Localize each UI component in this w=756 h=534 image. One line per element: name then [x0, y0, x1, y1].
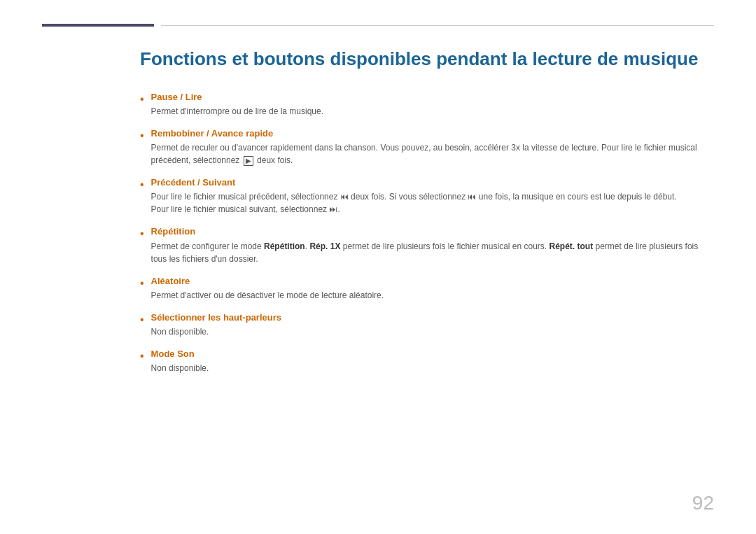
bullet-dot: •	[140, 177, 144, 192]
bullet-dot: •	[140, 312, 144, 328]
bullet-dot: •	[140, 92, 144, 107]
list-item: • Répétition Permet de configurer le mod…	[140, 225, 714, 265]
item-heading-mode-son: Mode Son	[151, 348, 714, 360]
item-heading-rembobiner: Rembobiner / Avance rapide	[151, 127, 714, 140]
item-heading-repetition: Répétition	[151, 225, 714, 238]
content-area: Fonctions et boutons disponibles pendant…	[0, 41, 756, 374]
item-body-pause: Permet d'interrompre ou de lire de la mu…	[151, 105, 714, 118]
item-body-precedent-line1: Pour lire le fichier musical précédent, …	[151, 190, 714, 203]
feature-list: • Pause / Lire Permet d'interrompre ou d…	[140, 91, 714, 374]
item-content-rembobiner: Rembobiner / Avance rapide Permet de rec…	[151, 127, 714, 167]
item-heading-aleatoire: Aléatoire	[151, 275, 714, 288]
item-body-rembobiner: Permet de reculer ou d'avancer rapidemen…	[151, 141, 714, 167]
list-item: • Pause / Lire Permet d'interrompre ou d…	[140, 91, 714, 118]
item-content-repetition: Répétition Permet de configurer le mode …	[151, 225, 714, 265]
item-body-repetition: Permet de configurer le mode Répétition.…	[151, 240, 714, 265]
page-number: 92	[692, 492, 714, 514]
bullet-dot: •	[140, 128, 144, 143]
item-body-precedent-line2: Pour lire le fichier musical suivant, sé…	[151, 203, 714, 216]
item-content-aleatoire: Aléatoire Permet d'activer ou de désacti…	[151, 275, 714, 302]
list-item: • Sélectionner les haut-parleurs Non dis…	[140, 311, 714, 338]
top-bar	[0, 0, 756, 27]
page: Fonctions et boutons disponibles pendant…	[0, 0, 756, 534]
play-icon: ▶	[244, 156, 253, 166]
item-content-mode-son: Mode Son Non disponible.	[151, 348, 714, 374]
top-bar-accent	[42, 24, 154, 27]
list-item: • Aléatoire Permet d'activer ou de désac…	[140, 275, 714, 302]
item-heading-haut-parleurs: Sélectionner les haut-parleurs	[151, 311, 714, 324]
item-content-pause: Pause / Lire Permet d'interrompre ou de …	[151, 91, 714, 118]
item-content-haut-parleurs: Sélectionner les haut-parleurs Non dispo…	[151, 311, 714, 338]
item-body-haut-parleurs: Non disponible.	[151, 325, 714, 338]
page-title: Fonctions et boutons disponibles pendant…	[140, 48, 714, 71]
item-body-aleatoire: Permet d'activer ou de désactiver le mod…	[151, 289, 714, 302]
top-bar-divider	[161, 25, 714, 26]
bullet-dot: •	[140, 226, 144, 241]
bullet-dot: •	[140, 276, 144, 291]
item-content-precedent: Précédent / Suivant Pour lire le fichier…	[151, 176, 714, 216]
item-heading-pause: Pause / Lire	[151, 91, 714, 104]
list-item: • Précédent / Suivant Pour lire le fichi…	[140, 176, 714, 216]
list-item: • Mode Son Non disponible.	[140, 348, 714, 374]
item-heading-precedent: Précédent / Suivant	[151, 176, 714, 189]
item-body-mode-son: Non disponible.	[151, 362, 714, 374]
bullet-dot: •	[140, 349, 144, 364]
list-item: • Rembobiner / Avance rapide Permet de r…	[140, 127, 714, 167]
